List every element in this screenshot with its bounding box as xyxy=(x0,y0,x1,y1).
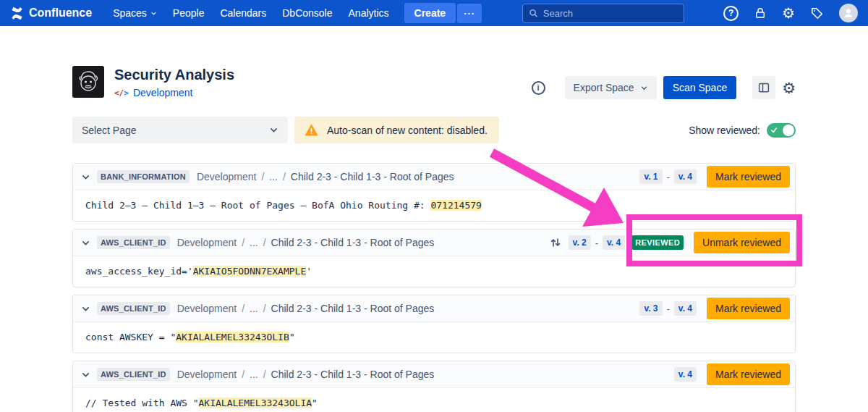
collapse-chevron-icon[interactable] xyxy=(81,172,90,182)
search-box[interactable] xyxy=(522,4,684,23)
collapse-chevron-icon[interactable] xyxy=(81,370,90,379)
top-nav: Confluence Spaces People Calendars DbCon… xyxy=(0,0,868,26)
confluence-logo-icon xyxy=(10,7,24,20)
person-icon xyxy=(843,7,854,19)
finding-card: BANK_INFORMATION Development / ... / Chi… xyxy=(72,163,796,222)
breadcrumb-space[interactable]: Development xyxy=(177,237,237,248)
snippet-text: " xyxy=(312,398,318,408)
user-avatar[interactable] xyxy=(839,4,858,22)
finding-actions: v. 1 - v. 4 Mark reviewed xyxy=(639,166,790,188)
breadcrumb-separator: / xyxy=(263,237,266,248)
select-page-dropdown[interactable]: Select Page xyxy=(72,117,288,143)
info-icon[interactable]: i xyxy=(532,81,545,95)
version-from-badge[interactable]: v. 2 xyxy=(569,235,591,250)
version-to-badge[interactable]: v. 4 xyxy=(674,301,697,316)
chevron-down-icon xyxy=(150,10,157,17)
help-icon[interactable]: ? xyxy=(723,6,739,21)
collapse-chevron-icon[interactable] xyxy=(81,304,90,314)
space-settings-gear-icon[interactable]: ⚙ xyxy=(782,80,796,96)
version-to-badge[interactable]: v. 4 xyxy=(674,169,697,184)
breadcrumb-ellipsis[interactable]: ... xyxy=(250,237,258,248)
breadcrumb-ellipsis[interactable]: ... xyxy=(269,171,278,182)
chevron-down-icon xyxy=(269,125,278,135)
export-space-button[interactable]: Export Space xyxy=(565,76,657,99)
gear-icon[interactable]: ⚙ xyxy=(782,6,795,20)
breadcrumb-page[interactable]: Child 2-3 - Child 1-3 - Root of Pages xyxy=(271,369,435,380)
warning-icon xyxy=(304,122,319,138)
nav-item-label: Spaces xyxy=(113,7,147,19)
finding-card: AWS_CLIENT_ID Development / ... / Child … xyxy=(72,229,796,287)
breadcrumb-ellipsis[interactable]: ... xyxy=(250,369,258,380)
breadcrumb-separator: / xyxy=(242,303,244,314)
unmark-reviewed-button[interactable]: Unmark reviewed xyxy=(694,232,790,253)
nav-item-label: DbConsole xyxy=(282,7,332,19)
sidebar-layout-icon xyxy=(757,81,770,94)
lock-icon[interactable] xyxy=(754,7,767,20)
version-dash: - xyxy=(667,303,670,314)
breadcrumb-space[interactable]: Development xyxy=(177,369,237,380)
show-reviewed-label: Show reviewed: xyxy=(689,125,760,136)
breadcrumb-separator: / xyxy=(242,369,244,380)
more-menu-button[interactable]: ··· xyxy=(457,4,482,23)
version-to-badge[interactable]: v. 4 xyxy=(603,235,625,250)
breadcrumb-page[interactable]: Child 2-3 - Child 1-3 - Root of Pages xyxy=(271,237,435,248)
findings-list: BANK_INFORMATION Development / ... / Chi… xyxy=(72,163,796,412)
nav-item-analytics[interactable]: Analytics xyxy=(341,3,397,23)
mark-reviewed-button[interactable]: Mark reviewed xyxy=(707,363,790,385)
breadcrumb: Development / ... / Child 2-3 - Child 1-… xyxy=(177,303,435,314)
search-input[interactable] xyxy=(543,8,678,19)
snippet-highlight: AKIAIO5FODNN7EXAMPLE xyxy=(193,266,307,277)
breadcrumb-space[interactable]: Development xyxy=(197,171,257,182)
space-header: Security Analysis </> Development i Expo… xyxy=(72,66,796,99)
finding-snippet: // Tested with AWS "AKIALALEMEL33243OLIA… xyxy=(73,388,795,412)
nav-item-spaces[interactable]: Spaces xyxy=(105,3,165,23)
breadcrumb-space[interactable]: Development xyxy=(177,303,237,314)
finding-snippet: const AWSKEY = "AKIALALEMEL33243OLIB" xyxy=(73,322,795,353)
confluence-logo[interactable]: Confluence xyxy=(10,7,92,20)
breadcrumb-separator: / xyxy=(263,369,266,380)
snippet-text: const AWSKEY = " xyxy=(85,332,176,342)
create-button[interactable]: Create xyxy=(404,3,456,23)
version-from-badge[interactable]: v. 3 xyxy=(639,301,662,316)
nav-item-people[interactable]: People xyxy=(165,3,213,23)
breadcrumb: Development / ... / Child 2-3 - Child 1-… xyxy=(197,171,454,182)
check-icon xyxy=(770,127,778,134)
nav-item-label: Calendars xyxy=(220,7,266,19)
snippet-highlight: AKIALALEMEL33243OLIA xyxy=(199,398,312,408)
export-space-label: Export Space xyxy=(574,82,634,93)
version-from-badge[interactable]: v. 1 xyxy=(639,169,662,184)
tag-icon[interactable] xyxy=(810,7,824,20)
select-page-label: Select Page xyxy=(82,125,137,136)
reviewed-status-badge: REVIEWED xyxy=(631,235,684,250)
space-avatar-art xyxy=(74,67,103,96)
version-dash: - xyxy=(667,172,670,182)
breadcrumb-page[interactable]: Child 2-3 - Child 1-3 - Root of Pages xyxy=(291,171,454,182)
breadcrumb-ellipsis[interactable]: ... xyxy=(250,303,258,314)
show-reviewed-toggle[interactable] xyxy=(767,123,796,138)
search-icon xyxy=(529,8,538,18)
finding-header: AWS_CLIENT_ID Development / ... / Child … xyxy=(73,295,795,322)
space-link-development[interactable]: Development xyxy=(133,87,193,98)
breadcrumb-page[interactable]: Child 2-3 - Child 1-3 - Root of Pages xyxy=(271,303,435,314)
nav-item-calendars[interactable]: Calendars xyxy=(212,3,274,23)
breadcrumb: Development / ... / Child 2-3 - Child 1-… xyxy=(177,369,435,380)
finding-actions: v. 3 - v. 4 Mark reviewed xyxy=(639,298,790,319)
compare-versions-icon[interactable] xyxy=(550,237,561,248)
breadcrumb-separator: / xyxy=(283,171,286,182)
scan-space-button[interactable]: Scan Space xyxy=(663,76,737,99)
nav-item-label: Analytics xyxy=(349,7,389,19)
collapse-chevron-icon[interactable] xyxy=(81,238,90,248)
space-titles: Security Analysis </> Development xyxy=(114,66,234,98)
nav-right-icons: ? ⚙ xyxy=(723,4,858,22)
mark-reviewed-button[interactable]: Mark reviewed xyxy=(707,298,790,319)
autoscan-warning-banner: Auto-scan of new content: disabled. xyxy=(294,117,499,143)
mark-reviewed-button[interactable]: Mark reviewed xyxy=(707,166,790,188)
version-to-badge[interactable]: v. 4 xyxy=(674,367,697,382)
snippet-text: Child 2–3 – Child 1–3 – Root of Pages – … xyxy=(85,200,430,211)
finding-type-badge: AWS_CLIENT_ID xyxy=(97,302,170,315)
snippet-text: " xyxy=(289,332,295,342)
nav-item-dbconsole[interactable]: DbConsole xyxy=(274,3,340,23)
space-avatar xyxy=(72,66,104,98)
sidebar-layout-button[interactable] xyxy=(752,76,775,99)
finding-card: AWS_CLIENT_ID Development / ... / Child … xyxy=(72,295,796,353)
